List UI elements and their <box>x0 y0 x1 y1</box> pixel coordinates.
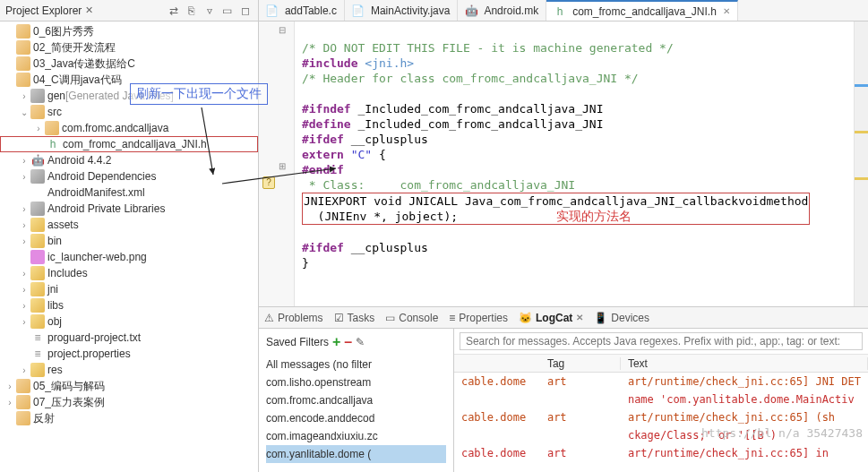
logcat-search-input[interactable] <box>460 332 863 350</box>
close-icon[interactable]: ✕ <box>85 4 93 16</box>
code-area[interactable]: /* DO NOT EDIT THIS FILE - it is machine… <box>295 21 854 306</box>
warning-icon[interactable]: ? <box>262 176 275 189</box>
tree-item[interactable]: 0_6图片秀秀 <box>0 23 258 39</box>
log-row[interactable]: cable.domeartart/runtime/check_jni.cc:65… <box>454 373 868 390</box>
tree-item[interactable]: ic_launcher-web.png <box>0 249 258 265</box>
filter-item[interactable]: com.encode.anddecod <box>266 409 446 427</box>
explorer-header: Project Explorer ✕ ⇄ ⎘ ▿ ▭ ◻ <box>0 0 258 21</box>
tree-item[interactable]: ›Android Dependencies <box>0 168 258 185</box>
tree-item[interactable]: ›res <box>0 362 258 378</box>
logcat-filters: Saved Filters + – ✎ All messages (no fil… <box>259 329 454 472</box>
filter-item[interactable]: com.yanlitable.dome ( <box>266 445 446 463</box>
bottom-tab-problems[interactable]: ⚠Problems <box>264 312 323 324</box>
editor-tab[interactable]: hcom_fromc_andcalljava_JNI.h✕ <box>546 0 738 21</box>
filter-item[interactable]: com.lisho.openstream <box>266 373 446 391</box>
tree-item[interactable]: ›bin <box>0 233 258 249</box>
tree-item[interactable]: ›Includes <box>0 265 258 281</box>
filter-item[interactable]: All messages (no filter <box>266 356 446 373</box>
editor-gutter: ⊟ ⊞ ? <box>259 21 295 306</box>
editor-tab[interactable]: 📄addTable.c <box>259 0 345 21</box>
tree-item[interactable]: ›libs <box>0 297 258 313</box>
editor-tabs: 📄addTable.c📄MainActivity.java🤖Android.mk… <box>259 0 868 21</box>
tree-item[interactable]: ≡proguard-project.txt <box>0 330 258 346</box>
filter-item[interactable]: com.imageandxiuxiu.zc <box>266 427 446 445</box>
tree-item[interactable]: 02_简便开发流程 <box>0 39 258 56</box>
tree-item[interactable]: 03_Java传递数据给C <box>0 56 258 72</box>
editor-tab[interactable]: 📄MainActivity.java <box>345 0 458 21</box>
filters-title: Saved Filters <box>266 336 329 348</box>
remove-filter-icon[interactable]: – <box>344 334 352 350</box>
watermark: https://bl n/a 35427438 <box>701 426 863 440</box>
tree-item[interactable]: ›Android Private Libraries <box>0 201 258 217</box>
tree-item[interactable]: 反射 <box>0 410 258 426</box>
link-icon[interactable]: ⎘ <box>185 4 199 18</box>
log-row[interactable]: name 'com.yanlitable.dome.MainActiv <box>454 390 868 408</box>
tree-item[interactable]: ›assets <box>0 217 258 233</box>
bottom-tab-logcat[interactable]: 🐱LogCat ✕ <box>519 312 583 324</box>
editor-tab[interactable]: 🤖Android.mk <box>458 0 546 21</box>
collapse-icon[interactable]: ⇄ <box>167 4 181 18</box>
log-col-text[interactable]: Text <box>621 357 868 370</box>
tree-item[interactable]: ›05_编码与解码 <box>0 378 258 394</box>
tree-item[interactable]: ›jni <box>0 281 258 297</box>
bottom-tab-properties[interactable]: ≡Properties <box>449 312 508 324</box>
tree-item[interactable]: ›com.fromc.andcalljava <box>0 120 258 136</box>
logcat-table[interactable]: Tag Text cable.domeartart/runtime/check_… <box>454 355 868 472</box>
bottom-tab-devices[interactable]: 📱Devices <box>594 312 649 324</box>
filter-item[interactable]: com.fromc.andcalljava <box>266 391 446 409</box>
bottom-tabs: ⚠Problems☑Tasks▭Console≡Properties🐱LogCa… <box>259 307 868 329</box>
tree-item[interactable]: ›07_压力表案例 <box>0 394 258 410</box>
tree-item[interactable]: ≡project.properties <box>0 346 258 362</box>
min-icon[interactable]: ▭ <box>220 4 235 18</box>
annotation-red: 实现的方法名 <box>556 209 632 223</box>
log-row[interactable]: cable.domeartart/runtime/check_jni.cc:65… <box>454 408 868 426</box>
tree-item[interactable]: AndroidManifest.xml <box>0 185 258 201</box>
max-icon[interactable]: ◻ <box>238 4 253 18</box>
tree-item[interactable]: ⌄src <box>0 104 258 120</box>
bottom-tab-console[interactable]: ▭Console <box>385 312 438 324</box>
tree-item[interactable]: 04_C调用java代码 <box>0 72 258 88</box>
tree-item[interactable]: hcom_fromc_andcalljava_JNI.h <box>0 136 258 152</box>
tree-item[interactable]: ›🤖Android 4.4.2 <box>0 152 258 168</box>
tree-item[interactable]: ›obj <box>0 313 258 330</box>
explorer-title: Project Explorer <box>5 4 82 17</box>
editor-scrollbar[interactable] <box>854 21 868 306</box>
bottom-tab-tasks[interactable]: ☑Tasks <box>334 312 375 324</box>
log-col-tag[interactable]: Tag <box>540 357 621 370</box>
menu-icon[interactable]: ▿ <box>202 4 217 18</box>
tree-item[interactable]: ›gen [Generated Java Files] <box>0 88 258 104</box>
editor-body: ⊟ ⊞ ? /* DO NOT EDIT THIS FILE - it is m… <box>259 21 868 306</box>
edit-filter-icon[interactable]: ✎ <box>356 336 365 348</box>
add-filter-icon[interactable]: + <box>332 334 340 350</box>
project-tree[interactable]: 0_6图片秀秀02_简便开发流程03_Java传递数据给C04_C调用java代… <box>0 21 258 472</box>
log-row[interactable]: cable.domeartart/runtime/check_jni.cc:65… <box>454 444 868 462</box>
